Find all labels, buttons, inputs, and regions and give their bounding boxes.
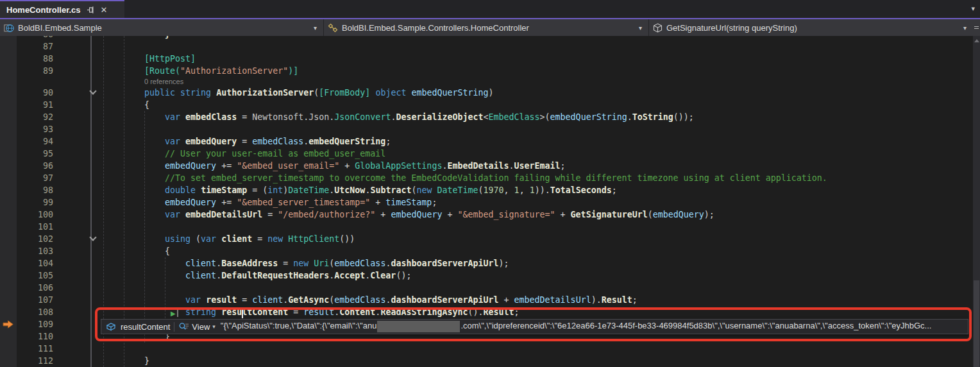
- line-number: 89: [17, 65, 53, 77]
- current-statement-arrow-icon: [0, 318, 17, 330]
- tab-homecontroller[interactable]: HomeController.cs ✕: [0, 0, 124, 18]
- code-line[interactable]: 102 using (var client = new HttpClient()…: [0, 233, 973, 245]
- line-number: 111: [17, 343, 53, 355]
- code-lines: 86 }8788 [HttpPost]89 [Route("Authorizat…: [0, 36, 973, 367]
- navigation-bar: BoldBI.Embed.Sample ▾ BoldBI.Embed.Sampl…: [0, 19, 973, 36]
- line-number: 100: [17, 209, 53, 221]
- code-line[interactable]: 100 var embedDetailsUrl = "/embed/author…: [0, 209, 973, 221]
- codelens-references[interactable]: 0 references: [0, 77, 973, 87]
- chevron-down-icon: ▾: [314, 24, 318, 31]
- code-line[interactable]: 101: [0, 221, 973, 233]
- line-number: 107: [17, 294, 53, 306]
- line-number: 110: [17, 330, 53, 343]
- datatip-resultcontent[interactable]: resultContent View ▾ "{\"ApiStatus\":tru…: [101, 319, 968, 334]
- chevron-down-icon: ▾: [212, 323, 215, 330]
- code-line[interactable]: 94 var embedQuery = embedClass.embedQuer…: [0, 135, 973, 148]
- code-line[interactable]: 93: [0, 123, 973, 135]
- code-line[interactable]: 89 [Route("AuthorizationServer")]: [0, 65, 973, 77]
- line-number: 99: [17, 196, 53, 209]
- class-icon: [328, 23, 338, 33]
- code-line[interactable]: 92 var embedClass = Newtonsoft.Json.Json…: [0, 111, 973, 123]
- project-name: BoldBI.Embed.Sample: [18, 23, 310, 33]
- chevron-down-icon: ▾: [639, 24, 643, 31]
- magnifier-icon: [179, 322, 189, 331]
- scroll-up-icon[interactable]: [974, 39, 979, 42]
- member-dropdown[interactable]: GetSignatureUrl(string queryString) ▾: [649, 19, 973, 36]
- code-line[interactable]: 95 // User your user-email as embed_user…: [0, 148, 973, 160]
- line-number: 92: [17, 111, 53, 123]
- code-line[interactable]: 91 {: [0, 99, 973, 111]
- tab-bar: HomeController.cs ✕ ▾: [0, 0, 980, 18]
- visual-studio-editor-window: HomeController.cs ✕ ▾ BoldBI.Embed.Sampl…: [0, 0, 980, 367]
- code-line[interactable]: 104 client.BaseAddress = new Uri(embedCl…: [0, 257, 973, 269]
- line-number: 104: [17, 257, 53, 269]
- line-number: 105: [17, 269, 53, 282]
- line-number: 96: [17, 160, 53, 172]
- line-number: 112: [17, 355, 53, 367]
- line-number: 90: [17, 87, 53, 99]
- code-line[interactable]: 90 public string AuthorizationServer([Fr…: [0, 87, 973, 99]
- cube-icon: [653, 23, 663, 33]
- datatip-variable-name: resultContent: [121, 322, 170, 332]
- line-number: 93: [17, 123, 53, 135]
- code-line[interactable]: 111: [0, 343, 973, 355]
- code-line[interactable]: 96 embedQuery += "&embed_user_email=" + …: [0, 160, 973, 172]
- redaction-box: [377, 321, 460, 332]
- text-caret: [242, 309, 243, 318]
- chevron-down-icon: ▾: [963, 24, 968, 31]
- fold-chevron-icon[interactable]: [89, 87, 96, 94]
- code-line[interactable]: 103 {: [0, 245, 973, 257]
- close-icon[interactable]: ✕: [101, 6, 108, 14]
- code-line[interactable]: 106: [0, 282, 973, 294]
- line-number: 109: [17, 318, 53, 330]
- line-number: 106: [17, 282, 53, 294]
- line-number: 86: [17, 36, 53, 40]
- code-line[interactable]: 105 client.DefaultRequestHeaders.Accept.…: [0, 269, 973, 282]
- line-number: 87: [17, 40, 53, 53]
- fold-chevron-icon[interactable]: [89, 234, 96, 241]
- datatip-view-dropdown[interactable]: View ▾: [174, 322, 215, 332]
- member-name: GetSignatureUrl(string queryString): [666, 23, 959, 33]
- type-name: BoldBI.Embed.Sample.Controllers.HomeCont…: [342, 23, 635, 33]
- datatip-value: "{\"ApiStatus\":true,\"Data\":{\"email\"…: [219, 321, 964, 332]
- vertical-scrollbar[interactable]: [973, 19, 980, 367]
- scrollbar-thumb[interactable]: [974, 280, 979, 367]
- globe-icon: [4, 23, 14, 33]
- line-number: 94: [17, 135, 53, 148]
- code-line[interactable]: 86 }: [0, 36, 973, 40]
- tab-title: HomeController.cs: [6, 5, 81, 15]
- code-line[interactable]: 97 //To set embed_server_timestamp to ov…: [0, 172, 973, 184]
- code-line[interactable]: 107 var result = client.GetAsync(embedCl…: [0, 294, 973, 306]
- line-number: 88: [17, 53, 53, 65]
- line-number: 97: [17, 172, 53, 184]
- project-dropdown[interactable]: BoldBI.Embed.Sample ▾: [0, 19, 324, 36]
- code-line[interactable]: 88 [HttpPost]: [0, 53, 973, 65]
- line-number: 102: [17, 233, 53, 245]
- line-number: 108: [17, 306, 53, 318]
- code-line[interactable]: 87: [0, 40, 973, 53]
- type-dropdown[interactable]: BoldBI.Embed.Sample.Controllers.HomeCont…: [324, 19, 649, 36]
- code-line[interactable]: 108 string resultContent = result.Conten…: [0, 306, 973, 318]
- code-line[interactable]: 98 double timeStamp = (int)DateTime.UtcN…: [0, 184, 973, 196]
- tab-overflow-dropdown-icon[interactable]: ▾: [971, 4, 975, 13]
- line-number: 95: [17, 148, 53, 160]
- split-editor-handle-icon[interactable]: [973, 19, 980, 36]
- value-box-icon: [105, 322, 117, 332]
- line-number: 98: [17, 184, 53, 196]
- code-editor[interactable]: 86 }8788 [HttpPost]89 [Route("Authorizat…: [0, 36, 980, 367]
- code-line[interactable]: 99 embedQuery += "&embed_server_timestam…: [0, 196, 973, 209]
- code-line[interactable]: 112 }: [0, 355, 973, 367]
- line-number: 103: [17, 245, 53, 257]
- line-number: 91: [17, 99, 53, 111]
- datatip-view-label: View: [192, 322, 210, 332]
- pin-icon[interactable]: [87, 6, 95, 14]
- run-to-click-icon[interactable]: ▶: [171, 307, 178, 320]
- line-number: 101: [17, 221, 53, 233]
